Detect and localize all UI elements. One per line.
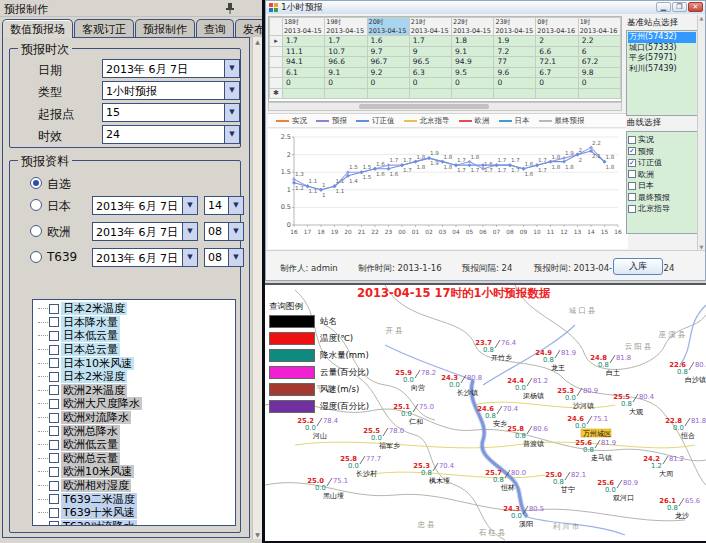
table-cell[interactable]	[452, 88, 494, 99]
station-option[interactable]: 利川(57439)	[628, 64, 696, 75]
europe-radio[interactable]	[30, 225, 42, 237]
chevron-down-icon[interactable]: ▼	[228, 223, 243, 240]
table-cell[interactable]: 1.7	[282, 36, 324, 47]
table-cell[interactable]	[494, 88, 536, 99]
map-station[interactable]: 25.978.20.0向营	[395, 369, 436, 392]
checkbox[interactable]	[49, 426, 59, 436]
europe-hour-combo[interactable]: 08▼	[204, 222, 244, 241]
map-station[interactable]: 25.580.40.8大观	[613, 393, 654, 416]
map-station[interactable]: 24.380.80.0长沙镇	[441, 374, 482, 397]
map-station[interactable]: 22.881.80.0恒合	[665, 417, 706, 440]
tree-item[interactable]: 日本2米湿度	[35, 370, 235, 384]
scroll-up-icon[interactable]: ▲	[253, 38, 262, 45]
start-point-combo[interactable]: 15▼	[102, 103, 240, 122]
table-cell[interactable]: 9.5	[452, 67, 494, 78]
custom-radio[interactable]	[30, 177, 42, 189]
table-cell[interactable]: 1.7	[409, 36, 451, 47]
map-station[interactable]: 25.082.10.8甘宁	[545, 471, 586, 494]
checkbox[interactable]	[49, 385, 59, 395]
table-cell[interactable]	[325, 88, 367, 99]
checkbox[interactable]	[49, 481, 59, 491]
chevron-down-icon[interactable]: ▼	[224, 60, 239, 77]
tab-1[interactable]: 数值预报场	[2, 19, 73, 38]
tree-item[interactable]: 欧洲总降水	[35, 424, 235, 438]
column-header[interactable]: 0时2013-04-16	[536, 18, 578, 36]
table-cell[interactable]: 11.1	[282, 46, 324, 57]
table-cell[interactable]: 9.6	[494, 67, 536, 78]
scroll-up-icon[interactable]: ▲	[698, 15, 705, 21]
checkbox[interactable]	[49, 358, 59, 368]
table-cell[interactable]: 6.7	[536, 67, 578, 78]
map-station[interactable]: 25.278.40.0河山	[297, 417, 338, 440]
table-row[interactable]: 94.196.696.796.594.97772.167.2	[270, 57, 621, 68]
tree-item[interactable]: T639二米温度	[35, 492, 235, 506]
tab-4[interactable]: 查询	[196, 19, 234, 38]
chevron-down-icon[interactable]: ▼	[224, 126, 239, 143]
chevron-down-icon[interactable]: ▼	[228, 249, 243, 266]
table-row[interactable]: 00000000	[270, 78, 621, 89]
checkbox[interactable]	[49, 521, 59, 526]
table-cell[interactable]: 77	[494, 57, 536, 68]
table-cell[interactable]: 0	[367, 78, 409, 89]
chevron-down-icon[interactable]: ▼	[224, 104, 239, 121]
close-button[interactable]: ✕	[688, 2, 703, 12]
map-station[interactable]: 26.165.60.8龙沙	[659, 497, 700, 520]
column-header[interactable]: 22时2013-04-15	[452, 18, 494, 36]
table-cell[interactable]: 6.6	[536, 46, 578, 57]
tree-item[interactable]: 日本降水量	[35, 316, 235, 330]
window-caption[interactable]: 1小时预报 ▁ ❐ ✕	[266, 1, 705, 14]
window-vertical-scrollbar[interactable]: ▲ ▼	[697, 15, 705, 250]
save-to-db-button[interactable]: 入库	[613, 258, 663, 275]
checkbox[interactable]	[49, 399, 59, 409]
japan-radio[interactable]	[30, 199, 42, 211]
tree-item[interactable]: 欧洲总云量	[35, 452, 235, 466]
table-row[interactable]: ✱	[270, 88, 621, 99]
map-station[interactable]: 25.075.10.0黑山垭	[307, 477, 348, 500]
table-cell[interactable]: 10.7	[325, 46, 367, 57]
checkbox[interactable]	[49, 508, 59, 518]
table-cell[interactable]: 96.7	[367, 57, 409, 68]
maximize-button[interactable]: ❐	[672, 2, 687, 12]
tree-item[interactable]: 欧洲对流降水	[35, 411, 235, 425]
column-header[interactable]: 21时2013-04-15	[409, 18, 451, 36]
table-cell[interactable]: 94.1	[282, 57, 324, 68]
tree-item[interactable]: T639十米风速	[35, 506, 235, 520]
duration-combo[interactable]: 24▼	[102, 125, 240, 144]
checkbox[interactable]	[628, 136, 636, 144]
table-cell[interactable]: 6	[578, 46, 620, 57]
map-station[interactable]: 24.481.20.0渠杨镇	[507, 377, 548, 400]
checkbox[interactable]	[49, 304, 59, 314]
column-header[interactable]: 1时2013-04-16	[578, 18, 620, 36]
table-cell[interactable]: 0	[325, 78, 367, 89]
chevron-down-icon[interactable]: ▼	[182, 223, 197, 240]
curve-option[interactable]: 日本	[628, 180, 696, 192]
minimize-button[interactable]: ▁	[656, 2, 671, 12]
curve-option[interactable]: 欧洲	[628, 169, 696, 181]
pin-icon[interactable]	[224, 2, 236, 14]
europe-date-combo[interactable]: 2013年 6月 7日▼	[92, 222, 198, 241]
checkbox[interactable]: ✓	[628, 159, 636, 167]
table-cell[interactable]: 0	[452, 78, 494, 89]
table-cell[interactable]: 2	[536, 36, 578, 47]
column-header[interactable]: 20时2013-04-15	[367, 18, 409, 36]
table-cell[interactable]: 9.1	[452, 46, 494, 57]
checkbox[interactable]	[49, 453, 59, 463]
table-row[interactable]: 6.19.19.26.39.59.66.79.8	[270, 67, 621, 78]
tree-item[interactable]: 欧洲10米风速	[35, 465, 235, 479]
type-combo[interactable]: 1小时预报▼	[102, 81, 240, 100]
checkbox[interactable]	[49, 467, 59, 477]
tree-item[interactable]: 欧洲低云量	[35, 438, 235, 452]
tree-item[interactable]: 欧洲2米温度	[35, 384, 235, 398]
checkbox[interactable]	[49, 494, 59, 504]
table-cell[interactable]: 9.8	[578, 67, 620, 78]
table-cell[interactable]: 0	[494, 78, 536, 89]
table-cell[interactable]: 6.1	[282, 67, 324, 78]
table-cell[interactable]: 67.2	[578, 57, 620, 68]
tree-item[interactable]: 日本2米温度	[35, 302, 235, 316]
checkbox[interactable]	[49, 413, 59, 423]
tab-3[interactable]: 预报制作	[135, 19, 195, 38]
table-cell[interactable]	[282, 88, 324, 99]
left-scrollbar[interactable]: ▲ ▼	[252, 37, 262, 539]
chevron-down-icon[interactable]: ▼	[182, 249, 197, 266]
japan-hour-combo[interactable]: 14▼	[204, 196, 244, 215]
